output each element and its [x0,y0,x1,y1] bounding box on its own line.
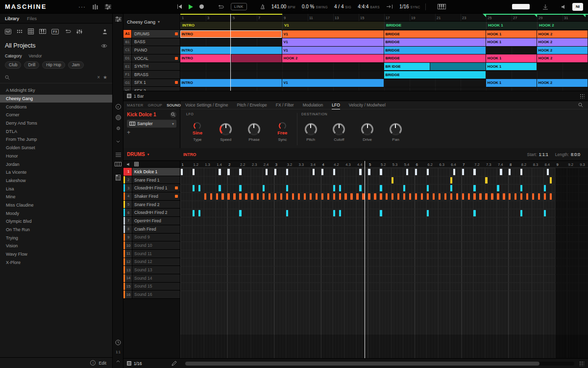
clip[interactable]: BRIDGE [384,54,486,62]
type-control[interactable]: SineType [183,120,212,142]
note-event[interactable] [227,169,229,175]
sound-row[interactable]: 15Sound 15 [123,283,180,291]
instruments-icon[interactable] [39,29,46,34]
filter-tab-vendor[interactable]: Vendor [29,53,42,58]
param-tab[interactable]: Pitch / Envelope [237,103,267,107]
eye-icon[interactable] [101,44,107,48]
channel-tab-sound[interactable]: SOUND [167,103,181,107]
note-event[interactable] [298,193,300,200]
note-event[interactable] [544,185,546,191]
sound-row[interactable]: 7OpenHH Fired [123,217,180,225]
clip[interactable]: HOOK 1 [486,63,537,71]
info-icon[interactable]: i [90,360,96,366]
note-event[interactable] [266,169,268,175]
project-item[interactable]: Corner [0,111,112,119]
sound-row[interactable]: 14Sound 14 [123,274,180,283]
project-item[interactable]: Jordan [0,160,112,168]
resize-handle-icon[interactable] [579,361,584,366]
arranger-ruler[interactable]: 135791113151719212325272931 [180,14,588,22]
note-event[interactable] [374,193,376,200]
param-tab[interactable]: Modulation [303,103,323,107]
note-event[interactable] [359,169,361,175]
note-event[interactable] [286,169,288,175]
pad-grid-icon[interactable] [134,162,139,166]
scene-hook-2[interactable]: HOOK 2 [537,22,588,29]
speed-control[interactable]: Speed [212,120,240,142]
arranger-mixer-icon[interactable] [113,16,123,22]
note-event[interactable] [415,193,417,200]
step-clock-icon[interactable] [113,340,123,345]
note-event[interactable] [333,185,335,191]
note-event[interactable] [547,169,549,175]
channel-tab-group[interactable]: GROUP [148,103,163,107]
note-event[interactable] [239,169,241,175]
note-event[interactable] [339,193,341,200]
scene-v1[interactable]: V1 [282,22,384,29]
note-event[interactable] [544,193,546,200]
note-event[interactable] [453,169,455,175]
note-event[interactable] [520,169,522,175]
note-event[interactable] [321,169,323,175]
mixer-toggle-icon[interactable] [105,4,111,10]
note-event[interactable] [181,169,183,175]
filter-chip[interactable]: Club [5,61,21,69]
note-event[interactable] [403,193,405,200]
group-row-sfx-2[interactable]: H1SFX 2 [123,87,180,91]
note-event[interactable] [350,193,352,200]
note-event[interactable] [532,193,534,200]
browser-tab-library[interactable]: Library [5,16,19,21]
channel-wheel-icon[interactable] [113,104,123,109]
note-event[interactable] [473,210,475,216]
record-icon[interactable] [199,4,204,9]
note-event[interactable] [380,169,382,175]
sound-row[interactable]: 9Sound 9 [123,234,180,242]
note-event[interactable] [450,177,452,184]
project-item[interactable]: Honor [0,152,112,160]
group-slot[interactable]: D1 [123,54,132,62]
scene-hook-1[interactable]: HOOK 1 [486,22,537,29]
clip[interactable]: HOOK 1 [486,79,537,87]
note-event[interactable] [444,193,446,200]
sound-row[interactable]: 4Shaker Fired [123,192,180,201]
bars-display[interactable]: 4:4:4BARS [358,4,380,9]
note-event[interactable] [233,193,235,200]
browser-tab-files[interactable]: Files [27,16,37,21]
note-event[interactable] [485,193,487,200]
note-event[interactable] [520,210,522,216]
note-event[interactable] [193,210,195,216]
clip[interactable]: BRIDGE [384,38,486,46]
preset-search-icon[interactable] [578,103,583,107]
note-event[interactable] [468,193,470,200]
note-event[interactable] [316,193,318,200]
event-list-icon[interactable] [113,153,123,157]
note-event[interactable] [193,169,195,175]
note-event[interactable] [497,193,499,200]
play-icon[interactable] [189,4,193,9]
groups-icon[interactable] [17,29,23,33]
start-value[interactable]: 1:1:1 [539,152,548,157]
note-event[interactable] [263,185,265,191]
sound-row[interactable]: 13Sound 13 [123,266,180,274]
note-event[interactable] [210,193,212,200]
param-tab[interactable]: LFO [332,101,340,109]
project-item[interactable]: Lisa [0,184,112,193]
note-event[interactable] [339,210,341,216]
note-event[interactable] [219,185,220,191]
note-event[interactable] [251,193,253,200]
group-slot[interactable]: G1 [123,79,132,87]
piano-roll-icon[interactable] [113,175,123,181]
note-event[interactable] [503,193,505,200]
group-row-sfx-1[interactable]: G1SFX 1 [123,79,180,87]
note-event[interactable] [520,193,522,200]
pattern-name[interactable]: INTRO [183,152,196,157]
sound-row[interactable]: 5Snare Fired 2 [123,201,180,209]
note-event[interactable] [386,193,388,200]
note-event[interactable] [344,193,346,200]
project-selector[interactable]: Cheesy Gang ▾ [123,14,180,30]
note-event[interactable] [550,193,552,200]
clip[interactable]: BRIDGE [384,47,486,54]
editor-playhead[interactable] [365,161,365,358]
horizontal-scrollbar[interactable] [185,362,574,366]
phase-control[interactable]: Phase [240,120,269,142]
note-event[interactable] [497,185,499,191]
